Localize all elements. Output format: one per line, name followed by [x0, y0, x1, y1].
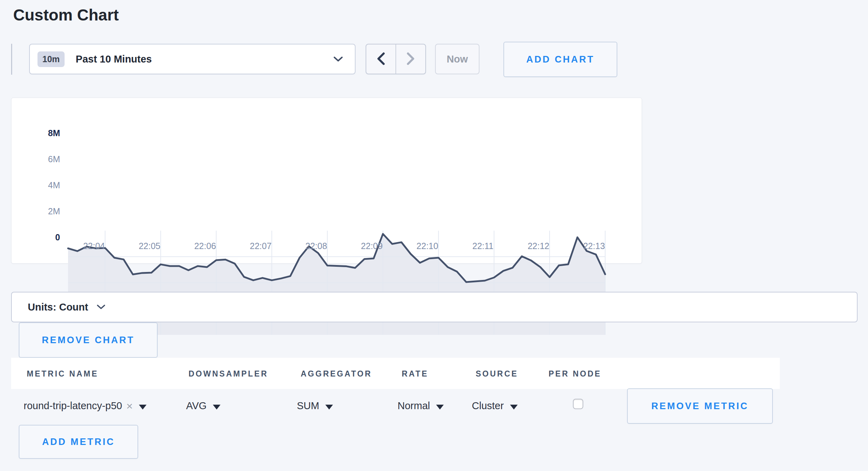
x-axis-tick-label: 22:12 [528, 241, 550, 251]
y-axis-tick-label: 2M [48, 206, 60, 216]
x-axis-tick-label: 22:08 [306, 241, 327, 251]
page-title: Custom Chart [13, 6, 119, 24]
caret-down-icon [436, 405, 444, 410]
metric-name-dropdown[interactable]: round-trip-latency-p50 × [24, 400, 147, 412]
col-header-downsampler: DOWNSAMPLER [189, 369, 268, 379]
col-header-metric-name: METRIC NAME [27, 369, 98, 379]
rate-dropdown[interactable]: Normal [398, 400, 444, 412]
chevron-down-icon [97, 304, 106, 310]
x-axis-tick-label: 22:05 [139, 241, 160, 251]
x-axis-tick-label: 22:11 [473, 241, 494, 251]
chart-card: 02M4M6M8M 22:0422:0522:0622:0722:0822:09… [11, 98, 642, 264]
time-range-label: Past 10 Minutes [76, 53, 152, 65]
x-axis-tick-label: 22:07 [250, 241, 272, 251]
chevron-down-icon [333, 56, 343, 62]
y-axis-tick-label: 8M [48, 128, 60, 138]
time-back-button[interactable] [366, 44, 396, 74]
now-button[interactable]: Now [435, 44, 479, 74]
source-dropdown[interactable]: Cluster [472, 400, 518, 412]
per-node-checkbox[interactable] [573, 399, 583, 409]
time-forward-button[interactable] [396, 44, 425, 74]
downsampler-value: AVG [186, 400, 207, 412]
rate-value: Normal [398, 400, 430, 412]
col-header-aggregator: AGGREGATOR [301, 369, 372, 379]
x-axis-tick-label: 22:04 [83, 241, 105, 251]
aggregator-value: SUM [297, 400, 319, 412]
units-dropdown-label: Units: Count [28, 301, 88, 313]
y-axis-tick-label: 0 [55, 232, 60, 242]
x-axis-tick-label: 22:06 [194, 241, 216, 251]
remove-chart-button[interactable]: REMOVE CHART [19, 322, 158, 358]
metric-name-value: round-trip-latency-p50 [24, 400, 122, 412]
col-header-source: SOURCE [476, 369, 518, 379]
x-axis-tick-label: 22:13 [583, 241, 605, 251]
y-axis-tick-label: 4M [48, 180, 60, 190]
caret-down-icon [213, 405, 220, 410]
x-axis-tick-label: 22:09 [361, 241, 383, 251]
metric-row: round-trip-latency-p50 × AVG SUM Normal … [11, 389, 780, 424]
time-range-dropdown[interactable]: 10m Past 10 Minutes [29, 44, 356, 74]
downsampler-dropdown[interactable]: AVG [186, 400, 220, 412]
source-value: Cluster [472, 400, 504, 412]
add-metric-button[interactable]: ADD METRIC [19, 425, 138, 459]
caret-down-icon [510, 405, 518, 410]
section-accent-bar [11, 44, 12, 75]
add-chart-button[interactable]: ADD CHART [503, 42, 617, 77]
aggregator-dropdown[interactable]: SUM [297, 400, 333, 412]
caret-down-icon [139, 405, 147, 410]
caret-down-icon [325, 405, 333, 410]
metrics-table-header: METRIC NAME DOWNSAMPLER AGGREGATOR RATE … [11, 358, 780, 389]
col-header-rate: RATE [402, 369, 428, 379]
y-axis-tick-label: 6M [48, 154, 60, 164]
col-header-per-node: PER NODE [549, 369, 601, 379]
x-axis-tick-label: 22:10 [417, 241, 439, 251]
units-dropdown[interactable]: Units: Count [11, 292, 858, 322]
remove-metric-button[interactable]: REMOVE METRIC [627, 388, 773, 424]
chevron-right-icon [406, 52, 415, 67]
time-nav-group [366, 44, 426, 74]
time-range-badge: 10m [37, 51, 65, 67]
clear-metric-icon[interactable]: × [126, 400, 133, 412]
chevron-left-icon [376, 52, 385, 67]
